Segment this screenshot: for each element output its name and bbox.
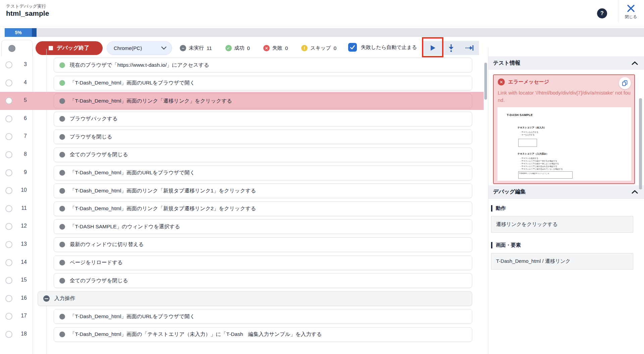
right-panel-scrollbar-thumb[interactable] xyxy=(639,98,642,189)
debug-run-window: テストデバッグ実行 html_sample ? 閉じる 5% デバッグ終了 Ch… xyxy=(0,0,644,354)
step-status-icon xyxy=(43,295,50,302)
step-row: 13 最新のウィンドウに切り替える xyxy=(0,236,484,254)
skip-to-end-icon xyxy=(465,44,474,52)
step-status-icon xyxy=(59,224,65,230)
step-radio[interactable] xyxy=(5,259,12,266)
thumbnail-bullet: テキストを入力する xyxy=(520,131,538,133)
error-screenshot-thumbnail[interactable]: T-DASH SAMPLE テキストエリア（未入力） テキストを入力するキーを入… xyxy=(497,107,631,181)
step-radio[interactable] xyxy=(5,151,12,158)
status-count: 0 xyxy=(247,45,250,51)
step-number: 17 xyxy=(14,313,27,319)
status-icon: ✓ xyxy=(225,45,232,51)
copy-error-button[interactable] xyxy=(619,77,631,89)
status-icon: ✕ xyxy=(263,45,270,51)
status-label: 未実行 xyxy=(189,45,204,51)
step-radio[interactable] xyxy=(5,79,12,86)
step-status-icon xyxy=(59,116,65,122)
page-subtitle: テストデバッグ実行 xyxy=(6,3,46,9)
step-number: 13 xyxy=(14,241,27,247)
step-text: 「T-Dash_Demo_html」画面のリンク「新規タブ遷移リンク2」をクリッ… xyxy=(70,205,256,212)
step-radio[interactable] xyxy=(5,61,12,68)
thumbnail-section2-bullets: テキストを取得するテキストエリアの値が一致するか検証するテキストエリアの値が一致… xyxy=(520,157,563,170)
step-card[interactable]: 「T-Dash_Demo_html」画面のリンク「遷移リンク」をクリックする xyxy=(54,94,472,108)
debug-edit-collapse-button[interactable] xyxy=(632,190,638,194)
play-icon xyxy=(429,44,436,52)
thumbnail-bullet: キーを入力する xyxy=(520,133,538,136)
auto-stop-label: 失敗したら自動で止まる xyxy=(361,44,417,51)
step-row: 5 「T-Dash_Demo_html」画面のリンク「遷移リンク」をクリックする xyxy=(0,92,484,110)
run-to-breakpoint-button[interactable] xyxy=(442,41,460,55)
step-text: 「T-Dash_Demo_html」画面のURLをブラウザで開く xyxy=(70,313,195,320)
step-status-icon xyxy=(59,242,65,247)
status-label: スキップ xyxy=(310,45,331,51)
step-number: 9 xyxy=(14,169,27,175)
thumbnail-section2-heading: テキストエリア（入力済み） xyxy=(518,152,548,156)
thumbnail-bullet: テキストエリアに値が含まれていないか検証する xyxy=(520,168,563,170)
step-text: ブラウザバックする xyxy=(70,115,118,122)
step-radio[interactable] xyxy=(5,223,12,230)
step-card[interactable]: 「T-DASH SAMPLE」のウィンドウを選択する xyxy=(54,219,472,234)
step-radio[interactable] xyxy=(5,133,12,140)
step-card[interactable]: 「T-Dash_Demo_html」画面のURLをブラウザで開く xyxy=(54,309,472,324)
test-info-collapse-button[interactable] xyxy=(632,61,638,65)
step-card[interactable]: 「T-Dash_Demo_html」画面のURLをブラウザで開く xyxy=(54,76,472,91)
step-card[interactable]: 全てのブラウザを閉じる xyxy=(54,273,472,288)
run-to-end-button[interactable] xyxy=(460,41,479,55)
step-card[interactable]: 「T-Dash_Demo_html」画面のURLをブラウザで開く xyxy=(54,166,472,180)
stop-debug-button[interactable]: デバッグ終了 xyxy=(36,41,103,55)
element-value: T-Dash_Demo_html / 遷移リンク xyxy=(496,258,571,264)
step-card[interactable]: 「T-Dash_Demo_html」画面のリンク「新規タブ遷移リンク2」をクリッ… xyxy=(54,201,472,216)
step-row: 9 「T-Dash_Demo_html」画面のURLをブラウザで開く xyxy=(0,164,484,182)
step-number: 8 xyxy=(14,151,27,157)
step-card[interactable]: 最新のウィンドウに切り替える xyxy=(54,237,472,252)
debug-edit-title: デバッグ編集 xyxy=(493,188,526,195)
progress-fill: 5% xyxy=(5,28,37,37)
step-card[interactable]: 現在のブラウザで「https://www.t-dash.io/」にアクセスする xyxy=(54,58,472,72)
step-card[interactable]: ページをリロードする xyxy=(54,255,472,270)
browser-select[interactable]: Chrome(PC) xyxy=(107,41,172,55)
step-radio[interactable] xyxy=(5,331,12,338)
select-all-radio[interactable] xyxy=(8,45,15,52)
step-list: 3 現在のブラウザで「https://www.t-dash.io/」にアクセスす… xyxy=(0,56,488,344)
step-card[interactable]: 入力操作 xyxy=(38,291,472,306)
play-button[interactable] xyxy=(423,41,442,55)
step-card[interactable]: ブラウザバックする xyxy=(54,112,472,126)
action-label: 動作 xyxy=(491,205,506,212)
step-radio[interactable] xyxy=(5,241,12,248)
step-radio[interactable] xyxy=(5,295,12,302)
step-card[interactable]: 全てのブラウザを閉じる xyxy=(54,148,472,162)
step-status-icon xyxy=(59,152,65,158)
step-status-icon xyxy=(59,170,65,176)
step-row: 6 ブラウザバックする xyxy=(0,110,484,128)
step-radio[interactable] xyxy=(5,115,12,122)
step-radio[interactable] xyxy=(5,169,12,176)
label-bar xyxy=(491,205,492,212)
arrow-down-to-dot-icon xyxy=(447,44,455,52)
step-text: ブラウザを閉じる xyxy=(70,133,112,140)
step-radio[interactable] xyxy=(5,313,12,320)
step-radio[interactable] xyxy=(5,205,12,212)
question-icon: ? xyxy=(600,10,604,16)
element-value-field[interactable]: T-Dash_Demo_html / 遷移リンク xyxy=(491,253,633,270)
step-text: 入力操作 xyxy=(54,295,75,302)
chevron-up-icon xyxy=(632,61,638,65)
step-number: 14 xyxy=(14,259,27,265)
step-radio[interactable] xyxy=(5,187,12,194)
status-count: 11 xyxy=(207,45,212,51)
step-card[interactable]: ブラウザを閉じる xyxy=(54,129,472,144)
auto-stop-checkbox[interactable] xyxy=(348,43,357,52)
progress-percent: 5% xyxy=(5,28,32,37)
step-number: 11 xyxy=(14,205,27,211)
error-message-text: Link with locator '//html/body/div/div[7… xyxy=(498,89,632,104)
action-value-field[interactable]: 遷移リンクをクリックする xyxy=(491,216,633,233)
step-card[interactable]: 「T-Dash_Demo_html」画面の「テキストエリア（未入力）」に「T-D… xyxy=(54,327,472,342)
select-all-cell xyxy=(1,40,33,56)
close-button[interactable]: 閉じる xyxy=(621,3,641,21)
step-radio[interactable] xyxy=(5,97,12,104)
step-list-scrollbar-thumb[interactable] xyxy=(484,63,487,100)
step-card[interactable]: 「T-Dash_Demo_html」画面のリンク「新規タブ遷移リンク1」をクリッ… xyxy=(54,183,472,198)
help-button[interactable]: ? xyxy=(597,8,607,18)
browser-select-value: Chrome(PC) xyxy=(114,45,142,51)
step-radio[interactable] xyxy=(5,277,12,284)
thumbnail-bullet: テキストエリアの値が一致するか検証する xyxy=(520,160,563,162)
